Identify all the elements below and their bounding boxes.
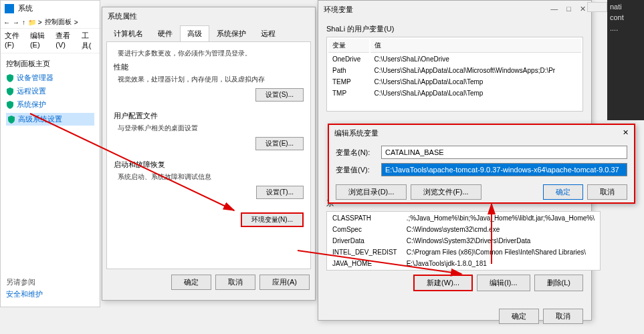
user-vars-label: ShaLi 的用户变量(U) — [326, 24, 583, 34]
cancel-button[interactable]: 取消 — [215, 275, 255, 290]
table-row: TMPC:\Users\ShaLi\AppData\Local\Temp — [328, 88, 581, 98]
var-name-input[interactable] — [381, 146, 627, 159]
performance-settings-button[interactable]: 设置(S)... — [255, 88, 304, 102]
ok-button[interactable]: 确定 — [171, 275, 211, 290]
system-properties-window: 系统属性 计算机名 硬件 高级 系统保护 远程 要进行大多数更改，你必须作为管理… — [102, 7, 316, 301]
table-row: OneDriveC:\Users\ShaLi\OneDrive — [328, 54, 581, 64]
maximize-icon[interactable]: □ — [566, 5, 571, 13]
table-row: DriverDataC:\Windows\System32\Drivers\Dr… — [328, 236, 599, 246]
var-value-label: 变量值(V): — [336, 165, 376, 175]
table-row: TEMPC:\Users\ShaLi\AppData\Local\Temp — [328, 77, 581, 87]
bg-tab — [587, 2, 607, 12]
close-icon[interactable]: ✕ — [580, 5, 586, 13]
ok-button[interactable]: 确定 — [499, 309, 539, 324]
apply-button[interactable]: 应用(A) — [259, 275, 310, 290]
table-row: JAVA_HOMEE:\JavaTools\jdk-1.8.0_181 — [328, 259, 599, 269]
bg-ide-window: naticont.... — [607, 0, 644, 120]
system-control-panel-window: 系统 ← → ↑ 📁 > 控制面板 > 文件(F) 编辑(E) 查看(V) 工具… — [0, 0, 100, 307]
delete-button[interactable]: 删除(L) — [534, 275, 583, 291]
tab-bar: 计算机名 硬件 高级 系统保护 远程 — [106, 25, 311, 42]
sidebar-link-device-manager[interactable]: 设备管理器 — [6, 73, 94, 83]
sidebar-link-advanced[interactable]: 高级系统设置 — [6, 113, 94, 126]
shield-icon — [6, 101, 14, 109]
tab-remote[interactable]: 远程 — [253, 25, 283, 41]
env-vars-button[interactable]: 环境变量(N)... — [241, 212, 304, 227]
user-vars-table[interactable]: 变量值 OneDriveC:\Users\ShaLi\OneDrive Path… — [326, 37, 583, 112]
table-row: CLASSPATH.;%Java_Home%\bin;%Java_Home%\l… — [328, 213, 599, 223]
sidebar-link-remote[interactable]: 远程设置 — [6, 86, 94, 96]
shield-icon — [6, 74, 14, 82]
table-row: PathC:\Users\ShaLi\AppData\Local\Microso… — [328, 65, 581, 75]
page-title: 控制面板主页 — [6, 59, 94, 69]
system-icon — [5, 4, 14, 13]
close-icon[interactable]: ✕ — [623, 128, 629, 138]
fwd-icon[interactable]: → — [13, 19, 19, 26]
up-icon[interactable]: ↑ — [22, 19, 25, 26]
see-also-label: 另请参阅 — [6, 277, 43, 287]
table-row: INTEL_DEV_REDISTC:\Program Files (x86)\C… — [328, 247, 599, 257]
startup-settings-button[interactable]: 设置(T)... — [256, 186, 304, 199]
breadcrumb[interactable]: ← → ↑ 📁 > 控制面板 > — [1, 16, 100, 29]
shield-icon — [7, 116, 15, 124]
minimize-icon[interactable]: — — [550, 5, 558, 13]
tab-computer-name[interactable]: 计算机名 — [106, 25, 150, 41]
menu-bar[interactable]: 文件(F) 编辑(E) 查看(V) 工具( — [1, 29, 100, 53]
window-title: 环境变量 — [324, 5, 353, 15]
window-title: 系统 — [18, 3, 33, 13]
tab-hardware[interactable]: 硬件 — [150, 25, 180, 41]
browse-dir-button[interactable]: 浏览目录(D)... — [336, 184, 407, 200]
browse-file-button[interactable]: 浏览文件(F)... — [411, 184, 481, 200]
tab-protection[interactable]: 系统保护 — [209, 25, 253, 41]
edit-button[interactable]: 编辑(I)... — [477, 275, 530, 291]
cancel-button[interactable]: 取消 — [543, 309, 583, 324]
dialog-title: 编辑系统变量 — [334, 128, 379, 138]
sys-vars-table[interactable]: CLASSPATH.;%Java_Home%\bin;%Java_Home%\l… — [326, 211, 601, 271]
ok-button[interactable]: 确定 — [543, 184, 583, 200]
back-icon[interactable]: ← — [3, 19, 10, 26]
var-name-label: 变量名(N): — [336, 148, 376, 158]
table-row: ComSpecC:\Windows\system32\cmd.exe — [328, 224, 599, 234]
shield-icon — [6, 88, 14, 96]
cancel-button[interactable]: 取消 — [587, 184, 627, 200]
sidebar-link-protection[interactable]: 系统保护 — [6, 100, 94, 110]
profile-settings-button[interactable]: 设置(E)... — [255, 137, 304, 150]
new-button[interactable]: 新建(W)... — [413, 275, 473, 291]
tab-advanced[interactable]: 高级 — [180, 25, 209, 41]
edit-var-dialog: 编辑系统变量 ✕ 变量名(N): 变量值(V): 浏览目录(D)... 浏览文件… — [328, 124, 635, 204]
window-title: 系统属性 — [102, 7, 315, 25]
admin-note: 要进行大多数更改，你必须作为管理员登录。 — [118, 49, 304, 58]
security-link[interactable]: 安全和维护 — [6, 289, 43, 299]
var-value-input[interactable] — [381, 163, 627, 176]
